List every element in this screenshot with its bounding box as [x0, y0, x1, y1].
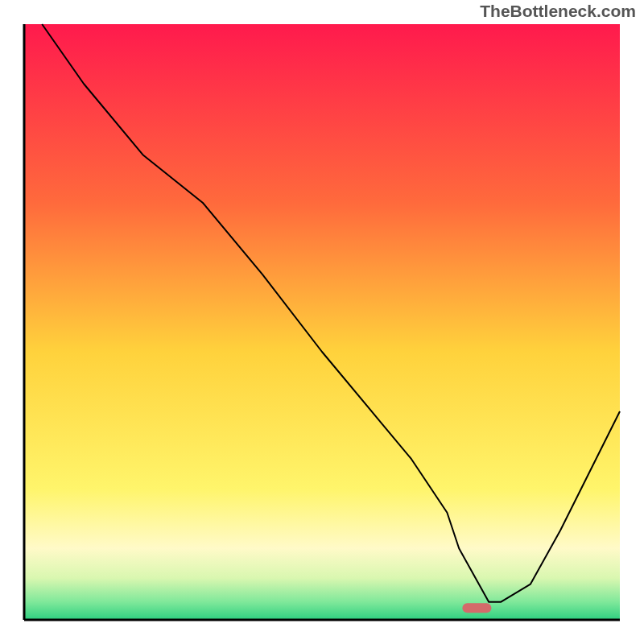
chart-container: TheBottleneck.com [0, 0, 644, 644]
bottleneck-chart [0, 0, 644, 644]
gradient-background [24, 24, 620, 620]
watermark-text: TheBottleneck.com [480, 2, 636, 21]
optimal-marker [462, 603, 491, 613]
